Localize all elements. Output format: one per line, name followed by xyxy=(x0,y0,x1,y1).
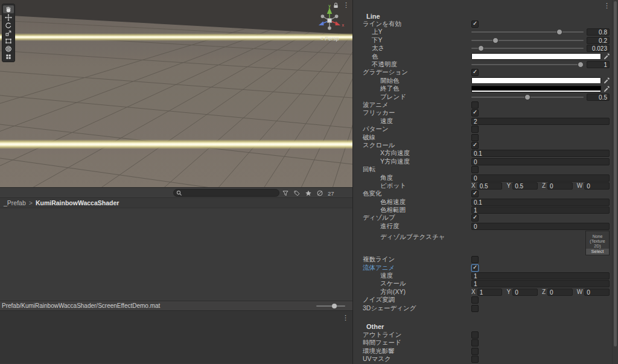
gizmo-x-axis-label[interactable]: x xyxy=(342,23,345,27)
property-label: フリッカー xyxy=(353,109,471,117)
value-field[interactable]: 0.1 xyxy=(471,150,610,157)
value-field[interactable]: 0 xyxy=(471,158,610,165)
checkbox[interactable] xyxy=(471,256,479,263)
inspector-row: グラデーション✓ xyxy=(353,69,610,77)
project-content-area[interactable] xyxy=(0,208,352,301)
scene-view[interactable]: y x < Persp ⋮ xyxy=(0,0,352,187)
color-swatch[interactable] xyxy=(471,77,601,84)
checkbox[interactable] xyxy=(471,296,479,304)
color-swatch[interactable] xyxy=(471,53,601,60)
checkbox[interactable]: ✓ xyxy=(471,142,479,149)
inspector-spacer xyxy=(353,312,610,323)
slider-thumb[interactable] xyxy=(524,94,530,100)
value-field[interactable]: 1 xyxy=(471,280,610,287)
slider[interactable] xyxy=(471,94,584,101)
scale-tool-button[interactable] xyxy=(3,29,14,37)
rotate-tool-button[interactable] xyxy=(3,21,14,29)
custom-tools-button[interactable] xyxy=(3,53,14,60)
move-tool-button[interactable] xyxy=(3,13,14,21)
slider[interactable] xyxy=(471,61,584,68)
scrollbar-thumb[interactable] xyxy=(614,1,617,346)
view-hand-tool-button[interactable] xyxy=(3,5,14,13)
vector-component-field[interactable]: 0 xyxy=(547,289,573,296)
slider[interactable] xyxy=(471,28,584,36)
texture-select-button[interactable]: Select xyxy=(586,249,609,255)
value-field[interactable]: 0 xyxy=(471,174,610,182)
inspector-scrollbar[interactable] xyxy=(612,0,618,364)
eyedropper-icon[interactable] xyxy=(604,86,610,92)
checkbox[interactable]: ✓ xyxy=(471,214,479,222)
slider-value-field[interactable]: 0.023 xyxy=(587,45,610,52)
eyedropper-icon[interactable] xyxy=(604,53,610,60)
value-field[interactable]: 2 xyxy=(471,118,610,125)
slider-value-field[interactable]: 0.8 xyxy=(587,28,610,36)
value-field[interactable]: 1 xyxy=(471,206,610,214)
inspector-row: 色相範囲1 xyxy=(353,206,610,214)
slider[interactable] xyxy=(471,37,584,44)
property-control: None(Texture 2D)Select xyxy=(471,231,610,255)
check-icon: ✓ xyxy=(473,20,477,27)
transform-tool-button[interactable] xyxy=(3,45,14,53)
icon-size-slider-thumb[interactable] xyxy=(332,304,337,308)
slider-thumb[interactable] xyxy=(478,45,484,51)
inspector-row: ラインを有効✓ xyxy=(353,20,610,28)
value-field[interactable]: 1 xyxy=(471,272,610,279)
vector-component-field[interactable]: 0 xyxy=(584,289,610,296)
checkbox[interactable] xyxy=(471,356,479,363)
slider[interactable] xyxy=(471,45,584,52)
slider-value-field[interactable]: 0.2 xyxy=(587,37,610,44)
gizmo-y-axis-label[interactable]: y xyxy=(328,4,331,8)
vector-component-field[interactable]: 0 xyxy=(512,289,538,296)
inspector-row: 環境光影響 xyxy=(353,347,610,355)
inspector-row: 角度0 xyxy=(353,174,610,182)
breadcrumb-current[interactable]: KumiRainbowWaccaShader xyxy=(36,199,119,206)
project-search-field[interactable] xyxy=(173,189,279,197)
checkbox[interactable] xyxy=(471,305,479,312)
vector-component-field[interactable]: 0.5 xyxy=(512,182,538,190)
checkbox[interactable]: ✓ xyxy=(471,264,479,272)
checkbox[interactable]: ✓ xyxy=(471,109,479,117)
search-by-type-icon[interactable] xyxy=(282,190,289,197)
checkbox[interactable] xyxy=(471,331,479,339)
search-input[interactable] xyxy=(184,190,276,196)
checkbox[interactable]: ✓ xyxy=(471,69,479,76)
color-swatch[interactable] xyxy=(471,86,601,92)
unity-editor-window: y x < Persp ⋮ 27 _Prefab xyxy=(0,0,618,364)
slider-value-field[interactable]: 1 xyxy=(587,61,610,68)
check-icon: ✓ xyxy=(473,264,477,270)
vector-component-field[interactable]: 1 xyxy=(477,289,503,296)
slider-thumb[interactable] xyxy=(492,37,499,43)
vector-component-field[interactable]: 0.5 xyxy=(477,182,503,190)
hidden-count-icon[interactable] xyxy=(316,190,323,197)
gizmo-perspective-label[interactable]: < Persp xyxy=(309,36,350,42)
checkbox[interactable] xyxy=(471,134,479,141)
property-label: UVマスク xyxy=(353,355,471,363)
favorites-star-icon[interactable] xyxy=(305,190,312,197)
checkbox[interactable] xyxy=(471,339,479,346)
checkbox[interactable] xyxy=(471,348,479,355)
search-by-label-icon[interactable] xyxy=(293,190,301,197)
inspector-menu-kebab-icon[interactable]: ⋮ xyxy=(604,2,610,9)
scene-menu-kebab-icon[interactable]: ⋮ xyxy=(343,2,349,8)
move-icon xyxy=(5,14,12,21)
lock-icon[interactable] xyxy=(333,2,339,8)
inspector-row: 速度1 xyxy=(353,272,610,279)
preview-menu-kebab-icon[interactable]: ⋮ xyxy=(342,315,349,321)
value-field[interactable]: 0.1 xyxy=(471,199,610,206)
breadcrumb-root[interactable]: _Prefab xyxy=(4,199,26,206)
slider-thumb[interactable] xyxy=(556,29,562,35)
slider-thumb[interactable] xyxy=(578,62,584,68)
checkbox[interactable] xyxy=(471,101,479,109)
icon-size-slider[interactable] xyxy=(316,305,345,307)
checkbox[interactable]: ✓ xyxy=(471,21,479,28)
vector-component-field[interactable]: 0 xyxy=(584,182,610,190)
vector-component-field[interactable]: 0 xyxy=(547,182,573,190)
slider-value-field[interactable]: 0.5 xyxy=(587,94,610,101)
texture-object-field[interactable]: None(Texture 2D)Select xyxy=(585,231,610,255)
value-field[interactable]: 0 xyxy=(471,223,610,230)
rect-tool-button[interactable] xyxy=(3,37,14,45)
checkbox[interactable] xyxy=(471,126,479,133)
eyedropper-icon[interactable] xyxy=(604,77,610,84)
checkbox[interactable]: ✓ xyxy=(471,190,479,197)
checkbox[interactable] xyxy=(471,166,479,173)
